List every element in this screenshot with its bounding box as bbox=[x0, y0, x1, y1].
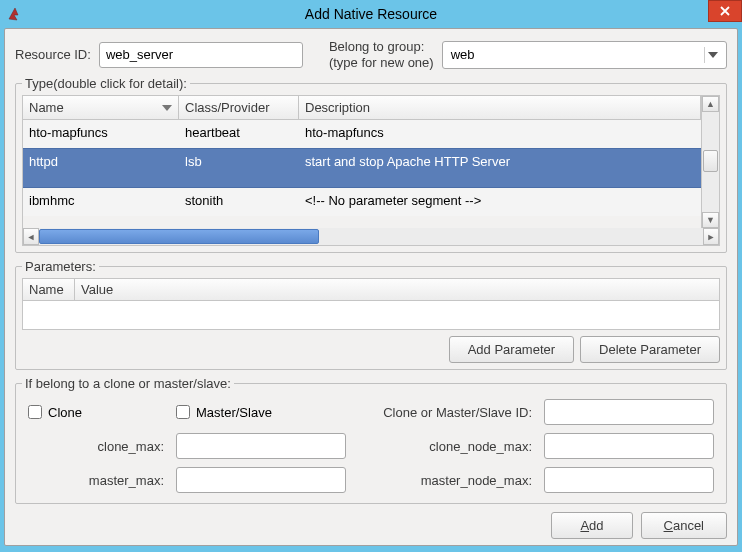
chevron-down-icon bbox=[162, 105, 172, 111]
scroll-left-icon[interactable]: ◄ bbox=[23, 228, 39, 245]
close-button[interactable] bbox=[708, 0, 742, 22]
param-col-value[interactable]: Value bbox=[75, 279, 719, 300]
clone-id-input[interactable] bbox=[544, 399, 714, 425]
parameters-body bbox=[23, 301, 719, 329]
add-parameter-button[interactable]: Add Parameter bbox=[449, 336, 574, 363]
param-col-name[interactable]: Name bbox=[23, 279, 75, 300]
clone-max-input[interactable] bbox=[176, 433, 346, 459]
master-node-max-label: master_node_max: bbox=[354, 473, 536, 488]
master-max-label: master_max: bbox=[28, 473, 168, 488]
window-title: Add Native Resource bbox=[305, 6, 437, 22]
parameters-fieldset: Parameters: Name Value Add Parameter Del… bbox=[15, 259, 727, 370]
clone-checkbox-wrap: Clone bbox=[28, 405, 168, 420]
scroll-up-icon[interactable]: ▲ bbox=[702, 96, 719, 112]
dialog-body: Resource ID: Belong to group: (type for … bbox=[4, 28, 738, 546]
master-slave-checkbox[interactable] bbox=[176, 405, 190, 419]
master-node-max-input[interactable] bbox=[544, 467, 714, 493]
delete-parameter-button[interactable]: Delete Parameter bbox=[580, 336, 720, 363]
titlebar[interactable]: Add Native Resource bbox=[0, 0, 742, 28]
parameters-table: Name Value bbox=[22, 278, 720, 330]
type-table-header: Name Class/Provider Description bbox=[23, 96, 701, 120]
master-max-input[interactable] bbox=[176, 467, 346, 493]
ms-checkbox-wrap: Master/Slave bbox=[176, 405, 346, 420]
table-row[interactable]: hto-mapfuncs heartbeat hto-mapfuncs bbox=[23, 120, 701, 148]
group-label-line1: Belong to group: bbox=[329, 39, 434, 55]
col-name[interactable]: Name bbox=[23, 96, 179, 119]
group-combo-value: web bbox=[451, 47, 475, 62]
scroll-right-icon[interactable]: ► bbox=[703, 228, 719, 245]
type-table: Name Class/Provider Description hto-mapf… bbox=[22, 95, 720, 229]
scroll-thumb[interactable] bbox=[39, 229, 319, 244]
app-icon bbox=[6, 5, 24, 23]
clone-id-label: Clone or Master/Slave ID: bbox=[354, 405, 536, 420]
chevron-down-icon bbox=[704, 47, 720, 63]
top-row: Resource ID: Belong to group: (type for … bbox=[15, 39, 727, 70]
clone-node-max-label: clone_node_max: bbox=[354, 439, 536, 454]
ms-checkbox-label: Master/Slave bbox=[196, 405, 272, 420]
type-fieldset: Type(double click for detail): Name Clas… bbox=[15, 76, 727, 253]
group-combo[interactable]: web bbox=[442, 41, 727, 69]
horizontal-scrollbar[interactable]: ◄ ► bbox=[22, 228, 720, 246]
table-row[interactable]: ibmhmc stonith <!-- No parameter segment… bbox=[23, 188, 701, 216]
clone-max-label: clone_max: bbox=[28, 439, 168, 454]
scroll-thumb[interactable] bbox=[703, 150, 718, 172]
table-row[interactable]: httpd lsb start and stop Apache HTTP Ser… bbox=[23, 148, 701, 188]
type-table-body: hto-mapfuncs heartbeat hto-mapfuncs http… bbox=[23, 120, 701, 216]
cancel-button[interactable]: Cancel bbox=[641, 512, 727, 539]
add-button[interactable]: Add bbox=[551, 512, 632, 539]
clone-checkbox-label: Clone bbox=[48, 405, 82, 420]
type-legend: Type(double click for detail): bbox=[22, 76, 190, 91]
col-class[interactable]: Class/Provider bbox=[179, 96, 299, 119]
group-label-block: Belong to group: (type for new one) bbox=[329, 39, 434, 70]
clone-fieldset: If belong to a clone or master/slave: Cl… bbox=[15, 376, 727, 504]
parameters-header: Name Value bbox=[23, 279, 719, 301]
clone-node-max-input[interactable] bbox=[544, 433, 714, 459]
clone-legend: If belong to a clone or master/slave: bbox=[22, 376, 234, 391]
resource-id-input[interactable] bbox=[99, 42, 303, 68]
clone-checkbox[interactable] bbox=[28, 405, 42, 419]
col-desc[interactable]: Description bbox=[299, 96, 701, 119]
dialog-buttons: Add Cancel bbox=[15, 512, 727, 539]
scroll-down-icon[interactable]: ▼ bbox=[702, 212, 719, 228]
group-label-line2: (type for new one) bbox=[329, 55, 434, 71]
resource-id-label: Resource ID: bbox=[15, 47, 91, 62]
parameters-legend: Parameters: bbox=[22, 259, 99, 274]
vertical-scrollbar[interactable]: ▲ ▼ bbox=[701, 96, 719, 228]
